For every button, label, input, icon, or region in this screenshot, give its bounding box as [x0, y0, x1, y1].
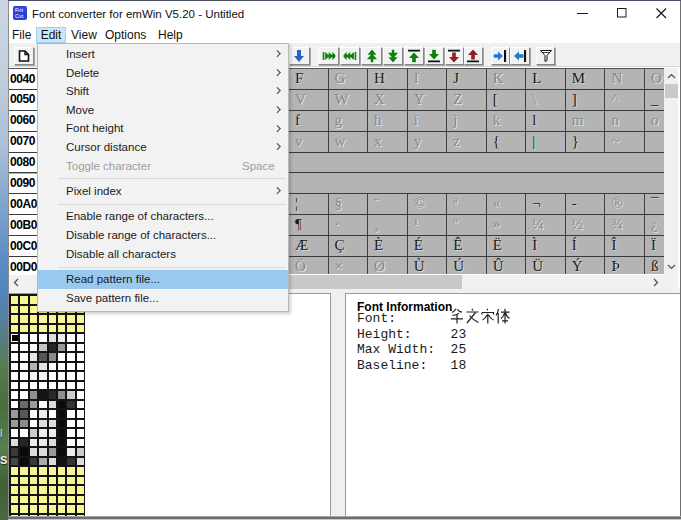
svg-text:Cvt: Cvt	[15, 13, 24, 19]
